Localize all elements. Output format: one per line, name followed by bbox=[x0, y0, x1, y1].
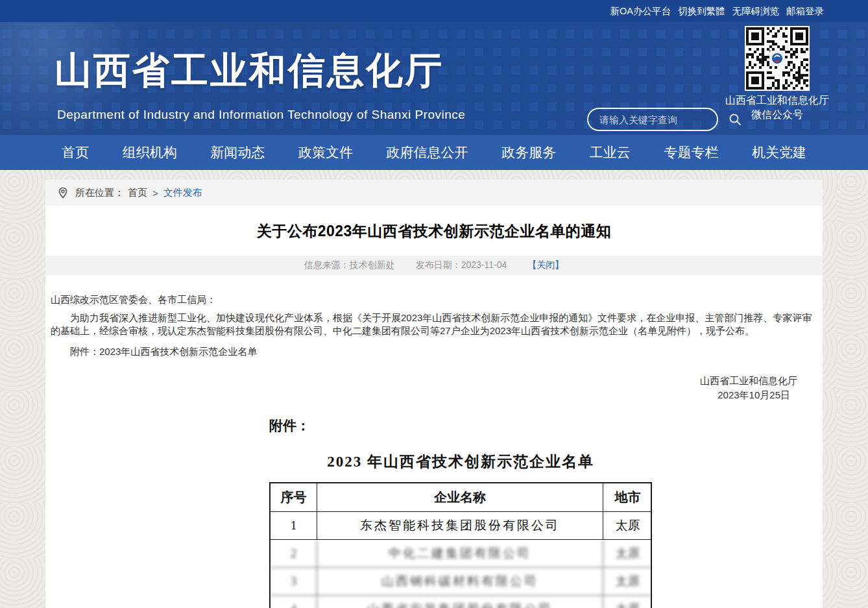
search-icon[interactable] bbox=[729, 113, 741, 126]
attachment-document: 附件： 2023 年山西省技术创新示范企业名单 序号 企业名称 地市 1 东杰智… bbox=[45, 402, 823, 608]
search-input[interactable] bbox=[599, 114, 729, 125]
cell-city: 太原 bbox=[603, 596, 652, 608]
table-header-no: 序号 bbox=[271, 483, 317, 512]
signature-date: 2023年10月25日 bbox=[51, 388, 817, 402]
nav-item-policy-documents[interactable]: 政策文件 bbox=[298, 143, 353, 162]
cell-company: 中化二建集团有限公司 bbox=[317, 540, 603, 568]
wechat-qr-code bbox=[745, 26, 810, 91]
article-paragraph: 为助力我省深入推进新型工业化、加快建设现代化产业体系，根据《关于开展2023年山… bbox=[51, 311, 817, 337]
attachment-table-title: 2023 年山西省技术创新示范企业名单 bbox=[269, 452, 652, 472]
site-header: 山西省工业和信息化厅 Department of Industry and In… bbox=[0, 22, 868, 135]
nav-item-news[interactable]: 新闻动态 bbox=[210, 143, 265, 162]
breadcrumb-current-link[interactable]: 文件发布 bbox=[163, 187, 202, 199]
breadcrumb-separator: > bbox=[152, 188, 158, 199]
topbar-link-mail-login[interactable]: 邮箱登录 bbox=[786, 5, 824, 18]
article-title: 关于公布2023年山西省技术创新示范企业名单的通知 bbox=[45, 206, 823, 256]
table-row: 4 山西省安装集团股份有限公司 太原 bbox=[271, 596, 651, 608]
table-row: 2 中化二建集团有限公司 太原 bbox=[271, 540, 651, 568]
top-utility-bar: 新OA办公平台 切换到繁體 无障碍浏览 邮箱登录 bbox=[0, 0, 868, 22]
article-salutation: 山西综改示范区管委会、各市工信局： bbox=[51, 293, 817, 306]
site-title: 山西省工业和信息化厅 bbox=[54, 52, 444, 89]
article-body: 山西综改示范区管委会、各市工信局： 为助力我省深入推进新型工业化、加快建设现代化… bbox=[45, 275, 823, 402]
content-area: 所在位置： 首页 > 文件发布 关于公布2023年山西省技术创新示范企业名单的通… bbox=[45, 180, 823, 608]
cell-city: 太原 bbox=[603, 568, 652, 596]
breadcrumb-home-link[interactable]: 首页 bbox=[128, 187, 147, 199]
cell-no: 4 bbox=[271, 596, 317, 608]
article-publish-date: 发布日期：2023-11-04 bbox=[416, 260, 507, 271]
signature-organization: 山西省工业和信息化厅 bbox=[51, 374, 817, 388]
nav-item-gov-info-disclosure[interactable]: 政府信息公开 bbox=[387, 143, 468, 162]
nav-item-organization[interactable]: 组织机构 bbox=[123, 143, 177, 162]
article-source: 信息来源：技术创新处 bbox=[304, 260, 395, 271]
breadcrumb: 所在位置： 首页 > 文件发布 bbox=[45, 180, 823, 206]
table-header-row: 序号 企业名称 地市 bbox=[271, 483, 651, 512]
qr-caption-line1: 山西省工业和信息化厅 bbox=[699, 93, 855, 108]
topbar-link-accessibility[interactable]: 无障碍浏览 bbox=[732, 5, 780, 18]
article-signature: 山西省工业和信息化厅 2023年10月25日 bbox=[51, 374, 817, 402]
table-row: 3 山西钢科碳材料有限公司 太原 bbox=[271, 568, 651, 596]
site-search[interactable] bbox=[587, 108, 718, 131]
nav-item-gov-services[interactable]: 政务服务 bbox=[501, 143, 556, 162]
article-meta-bar: 信息来源：技术创新处 发布日期：2023-11-04 【关闭】 bbox=[45, 256, 823, 275]
cell-city: 太原 bbox=[603, 512, 652, 540]
nav-item-party-building[interactable]: 机关党建 bbox=[752, 143, 806, 162]
nav-item-home[interactable]: 首页 bbox=[62, 143, 89, 162]
table-row: 1 东杰智能科技集团股份有限公司 太原 bbox=[271, 512, 651, 540]
main-nav: 首页 组织机构 新闻动态 政策文件 政府信息公开 政务服务 工业云 专题专栏 机… bbox=[0, 135, 868, 170]
topbar-link-traditional[interactable]: 切换到繁體 bbox=[678, 5, 725, 18]
nav-item-special-topics[interactable]: 专题专栏 bbox=[664, 143, 718, 162]
attachment-label: 附件： bbox=[269, 417, 823, 435]
article-attachment-line: 附件：2023年山西省技术创新示范企业名单 bbox=[51, 345, 817, 358]
qr-center-logo-icon bbox=[769, 51, 785, 66]
cell-no: 1 bbox=[271, 512, 317, 540]
topbar-link-oa[interactable]: 新OA办公平台 bbox=[610, 5, 671, 18]
cell-no: 3 bbox=[271, 568, 317, 596]
table-header-city: 地市 bbox=[603, 483, 652, 512]
nav-item-industrial-cloud[interactable]: 工业云 bbox=[590, 143, 631, 162]
cell-city: 太原 bbox=[603, 540, 652, 568]
location-pin-icon bbox=[57, 187, 69, 199]
site-subtitle-english: Department of Industry and Information T… bbox=[57, 108, 465, 122]
cell-company: 山西钢科碳材料有限公司 bbox=[317, 568, 603, 596]
enterprise-table: 序号 企业名称 地市 1 东杰智能科技集团股份有限公司 太原 2 中化二建集团有… bbox=[269, 482, 652, 608]
breadcrumb-label: 所在位置： bbox=[75, 187, 124, 199]
page: 新OA办公平台 切换到繁體 无障碍浏览 邮箱登录 山西省工业和信息化厅 Depa… bbox=[0, 0, 868, 608]
cell-no: 2 bbox=[271, 540, 317, 568]
cell-company: 东杰智能科技集团股份有限公司 bbox=[317, 512, 603, 540]
cell-company: 山西省安装集团股份有限公司 bbox=[317, 596, 603, 608]
close-button[interactable]: 【关闭】 bbox=[527, 260, 564, 271]
table-header-company: 企业名称 bbox=[317, 483, 603, 512]
